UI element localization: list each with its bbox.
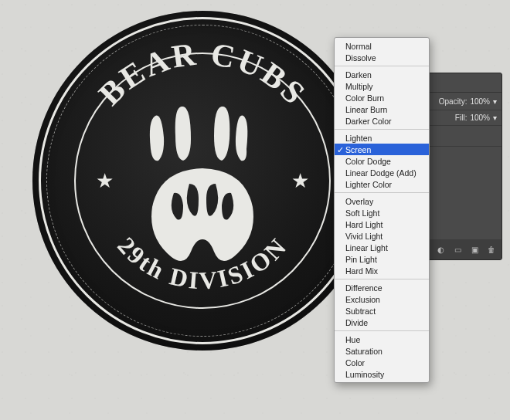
blend-mode-option[interactable]: Linear Burn [335, 103, 429, 115]
blend-mode-option[interactable]: Difference [335, 282, 429, 293]
chevron-down-icon[interactable]: ▾ [493, 97, 497, 106]
blend-mode-option[interactable]: Darken [335, 69, 429, 80]
blend-mode-option[interactable]: Lighten [335, 132, 429, 144]
blend-mode-option[interactable]: Luminosity [335, 368, 429, 380]
blend-mode-option[interactable]: Linear Dodge (Add) [335, 167, 429, 178]
menu-separator [335, 279, 429, 279]
blend-mode-option[interactable]: Hard Mix [335, 265, 429, 276]
svg-text:29th DIVISION: 29th DIVISION [112, 232, 292, 295]
bear-paw-icon [129, 107, 276, 269]
blend-mode-menu[interactable]: NormalDissolveDarkenMultiplyColor BurnLi… [334, 37, 430, 383]
opacity-label: Opacity: [439, 97, 468, 106]
blend-mode-option[interactable]: Vivid Light [335, 230, 429, 242]
blend-mode-option[interactable]: Darker Color [335, 115, 429, 127]
fill-label: Fill: [455, 113, 468, 122]
badge-artwork: BEAR CUBS 29th DIVISION ★ ★ [32, 11, 372, 351]
menu-separator [335, 192, 429, 193]
chevron-down-icon[interactable]: ▾ [493, 113, 497, 122]
folder-icon[interactable]: ▭ [452, 244, 463, 255]
blend-mode-option[interactable]: Hard Light [335, 218, 429, 230]
blend-mode-option[interactable]: Lighter Color [335, 178, 429, 190]
star-left-icon: ★ [96, 169, 114, 193]
blend-mode-option[interactable]: Overlay [335, 195, 429, 207]
badge-inner-ring [74, 52, 331, 309]
opacity-value[interactable]: 100% [470, 97, 490, 106]
blend-mode-option[interactable]: Multiply [335, 80, 429, 92]
blend-mode-option[interactable]: Saturation [335, 345, 429, 357]
blend-mode-option[interactable]: Pin Light [335, 253, 429, 265]
menu-separator [335, 330, 429, 331]
blend-mode-option[interactable]: Color Burn [335, 92, 429, 103]
blend-mode-option[interactable]: Soft Light [335, 207, 429, 218]
blend-mode-option[interactable]: Hue [335, 334, 429, 345]
menu-separator [335, 129, 429, 130]
badge-arc-text: BEAR CUBS 29th DIVISION [32, 11, 372, 351]
badge-top-text: BEAR CUBS [92, 36, 313, 113]
svg-text:BEAR CUBS: BEAR CUBS [92, 36, 313, 113]
blend-mode-option[interactable]: Color Dodge [335, 155, 429, 167]
blend-mode-option[interactable]: Linear Light [335, 242, 429, 253]
star-right-icon: ★ [291, 169, 309, 193]
blend-mode-option[interactable]: Divide [335, 317, 429, 328]
new-icon[interactable]: ▣ [469, 244, 480, 255]
menu-separator [335, 66, 429, 66]
blend-mode-option[interactable]: Color [335, 357, 429, 368]
fill-value[interactable]: 100% [470, 113, 490, 122]
adjust-icon[interactable]: ◐ [435, 244, 446, 255]
blend-mode-option[interactable]: Exclusion [335, 293, 429, 305]
blend-mode-option[interactable]: Dissolve [335, 52, 429, 63]
badge-bottom-text: 29th DIVISION [112, 232, 292, 295]
blend-mode-option[interactable]: Normal [335, 40, 429, 52]
trash-icon[interactable]: 🗑 [486, 244, 497, 255]
blend-mode-option[interactable]: Subtract [335, 305, 429, 317]
blend-mode-option[interactable]: Screen [335, 144, 429, 155]
